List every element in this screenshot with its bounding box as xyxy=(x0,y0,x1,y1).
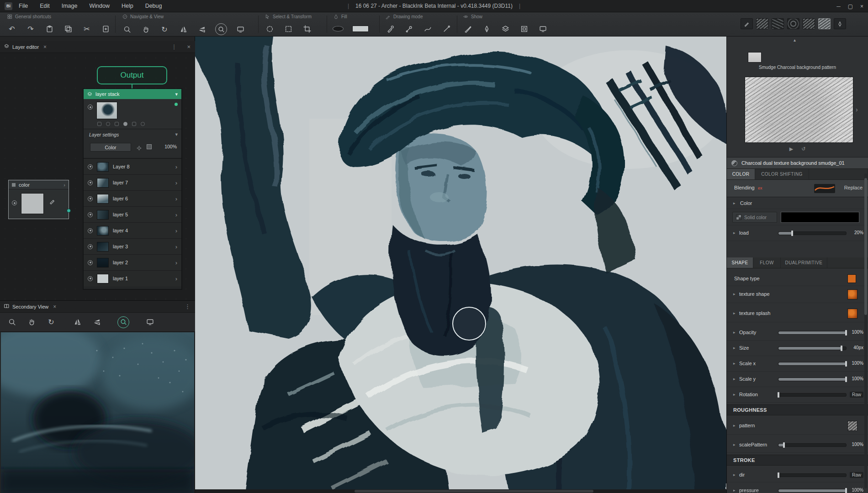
pattern-thumbnail[interactable] xyxy=(847,421,857,431)
layer-visibility-icon[interactable] xyxy=(88,260,93,265)
pressure-slider[interactable] xyxy=(778,489,847,493)
layer-visibility-icon[interactable] xyxy=(88,276,93,281)
zoom-icon[interactable] xyxy=(122,24,132,35)
expand-arrow-icon[interactable]: ▸ xyxy=(733,423,737,428)
menu-edit[interactable]: Edit xyxy=(40,3,50,9)
fullscreen-view-icon[interactable] xyxy=(144,317,155,328)
menu-file[interactable]: File xyxy=(19,3,28,9)
canvas-horizontal-scrollbar[interactable] xyxy=(195,489,726,493)
undo-icon[interactable]: ↶ xyxy=(6,23,17,34)
reset-zoom-icon[interactable] xyxy=(117,316,129,328)
secondary-view-canvas[interactable] xyxy=(1,332,194,493)
prev-brush-icon[interactable]: ‹ xyxy=(746,106,748,113)
stroke-section-header[interactable]: STROKE xyxy=(727,455,868,466)
blending-mode-value[interactable]: Replace xyxy=(844,185,863,190)
line-mode-icon[interactable] xyxy=(441,23,452,34)
layer-mask-icon[interactable] xyxy=(132,122,136,126)
menu-debug[interactable]: Debug xyxy=(145,3,162,9)
panel-close-icon[interactable]: × xyxy=(187,43,191,50)
panel-scrollbar[interactable] xyxy=(864,173,867,488)
paste-icon[interactable] xyxy=(100,23,111,34)
selected-layer-thumbnail[interactable] xyxy=(96,102,117,119)
blend-target-icon[interactable] xyxy=(137,144,142,152)
next-brush-icon[interactable]: › xyxy=(856,106,858,113)
tab-shape[interactable]: SHAPE xyxy=(727,257,753,268)
color-swatch[interactable] xyxy=(21,193,44,214)
lasso-select-icon[interactable] xyxy=(264,23,275,34)
expand-arrow-icon[interactable]: ▸ xyxy=(733,292,737,296)
blending-curve-thumbnail[interactable] xyxy=(814,184,835,193)
layer-row[interactable]: layer 6› xyxy=(84,190,181,206)
layer-stack-node[interactable]: layer stack ▾ xyxy=(83,89,182,289)
chevron-right-icon[interactable]: › xyxy=(175,163,177,170)
menu-help[interactable]: Help xyxy=(122,3,133,9)
close-tab-icon[interactable]: × xyxy=(53,304,56,310)
layer-effect-icon[interactable] xyxy=(141,122,145,126)
rotation-slider[interactable] xyxy=(778,393,847,397)
color-node-header[interactable]: color › xyxy=(9,180,69,189)
layer-visibility-icon[interactable] xyxy=(88,105,93,110)
show-pen-icon[interactable] xyxy=(481,23,492,34)
layer-row[interactable]: layer 2› xyxy=(84,254,181,270)
layer-alpha-icon[interactable] xyxy=(115,122,119,126)
expand-arrow-icon[interactable]: ▸ xyxy=(733,472,737,477)
collapse-panel-icon[interactable]: ▴ xyxy=(794,37,796,42)
layer-row[interactable]: layer 4› xyxy=(84,222,181,238)
layer-row[interactable]: layer 5› xyxy=(84,206,181,222)
layer-row[interactable]: layer 3› xyxy=(84,238,181,254)
rotate-view-icon[interactable]: ↻ xyxy=(159,24,170,35)
maximize-button[interactable]: ▢ xyxy=(848,3,853,10)
chevron-right-icon[interactable]: › xyxy=(175,179,177,186)
color-section-row[interactable]: ▸ Color xyxy=(727,197,868,209)
opacity-slider[interactable] xyxy=(778,331,847,335)
show-brush-icon[interactable] xyxy=(462,23,473,34)
load-slider[interactable] xyxy=(778,231,847,235)
layer-paint-icon[interactable] xyxy=(123,122,127,126)
brush-preset-hatch[interactable] xyxy=(772,18,784,29)
layer-visibility-icon[interactable] xyxy=(88,244,93,249)
chevron-right-icon[interactable]: › xyxy=(175,275,177,282)
shape-type-swatch[interactable] xyxy=(847,274,856,283)
connected-stroke-mode-icon[interactable] xyxy=(403,23,414,34)
solid-color-dropdown[interactable]: Solid color xyxy=(732,212,777,223)
expand-arrow-icon[interactable]: ▸ xyxy=(733,311,737,315)
show-frame-icon[interactable] xyxy=(519,23,529,34)
layer-row[interactable]: layer 7› xyxy=(84,174,181,190)
layer-lock-icon[interactable] xyxy=(97,122,101,126)
color-picker-pen-icon[interactable] xyxy=(49,198,56,206)
expand-arrow-icon[interactable]: ▸ xyxy=(733,392,737,397)
layer-editor-header[interactable]: Layer editor × ⋮ × xyxy=(0,41,195,53)
expand-arrow-icon[interactable]: ▸ xyxy=(733,488,737,493)
node-graph-area[interactable]: Output layer stack ▾ xyxy=(0,53,195,300)
brush-preset-texture[interactable] xyxy=(803,18,815,29)
pan-hand-icon[interactable] xyxy=(26,317,37,328)
scale-x-slider[interactable] xyxy=(778,362,847,366)
expand-arrow-icon[interactable]: ▸ xyxy=(733,346,737,350)
menu-window[interactable]: Window xyxy=(89,3,109,9)
flip-horizontal-icon[interactable] xyxy=(72,317,83,328)
show-monitor-icon[interactable] xyxy=(537,23,548,34)
dir-slider[interactable] xyxy=(778,473,847,477)
cut-icon[interactable]: ✂ xyxy=(81,23,92,34)
reset-zoom-icon[interactable] xyxy=(215,23,227,35)
brush-name-bar[interactable]: Charcoal dual texture background smudge_… xyxy=(727,157,868,169)
expand-arrow-icon[interactable]: ▸ xyxy=(733,442,737,447)
roughness-section-header[interactable]: ROUGHNESS xyxy=(727,404,868,415)
gradient-fill-icon[interactable] xyxy=(333,23,344,34)
crop-icon[interactable] xyxy=(302,23,312,34)
rect-select-icon[interactable] xyxy=(283,23,294,34)
layer-visibility-icon[interactable] xyxy=(88,196,93,201)
size-slider[interactable] xyxy=(778,346,847,350)
flip-vertical-icon[interactable] xyxy=(91,317,102,328)
brush-stroke-preview[interactable] xyxy=(745,77,853,143)
layer-stack-header[interactable]: layer stack ▾ xyxy=(84,89,181,99)
secondary-view-header[interactable]: Secondary View × ⋮ xyxy=(0,301,195,313)
blend-swatch-icon[interactable] xyxy=(147,144,152,149)
scale-pattern-slider[interactable] xyxy=(778,443,847,447)
chevron-down-icon[interactable]: ▾ xyxy=(175,131,178,137)
brush-preset-active-smudge[interactable] xyxy=(818,18,831,29)
brush-preset-smudge[interactable] xyxy=(787,18,799,29)
copy-icon[interactable] xyxy=(63,23,74,34)
selected-layer-row[interactable] xyxy=(84,99,181,129)
texture-shape-thumbnail[interactable] xyxy=(847,289,857,299)
